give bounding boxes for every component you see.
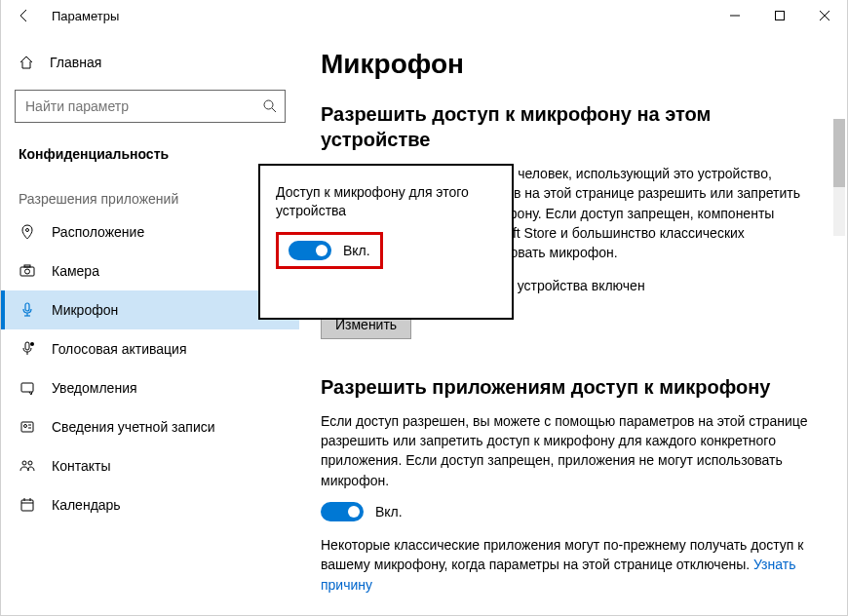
sidebar-item-label: Расположение [52, 224, 144, 240]
calendar-icon [19, 497, 36, 513]
svg-rect-7 [24, 265, 30, 267]
sidebar-item-voice-activation[interactable]: Голосовая активация [1, 329, 299, 368]
apps-access-toggle-label: Вкл. [375, 504, 403, 520]
callout-box: Доступ к микрофону для этого устройства … [258, 164, 514, 320]
home-button[interactable]: Главная [1, 43, 299, 82]
section2-heading: Разрешить приложениям доступ к микрофону [321, 374, 826, 400]
close-button[interactable] [802, 0, 847, 31]
section2-description: Если доступ разрешен, вы можете с помощь… [321, 411, 818, 490]
sidebar-item-location[interactable]: Расположение [1, 212, 299, 251]
svg-rect-14 [21, 383, 33, 392]
location-icon [19, 224, 36, 240]
sidebar-item-contacts[interactable]: Контакты [1, 446, 299, 485]
apps-access-toggle[interactable] [321, 502, 364, 521]
sidebar-item-label: Календарь [52, 497, 121, 513]
svg-point-13 [30, 342, 34, 346]
sidebar-item-label: Контакты [52, 458, 110, 474]
svg-rect-15 [21, 422, 33, 432]
section2-note: Некоторые классические приложения могут … [321, 535, 818, 595]
callout-highlight: Вкл. [276, 232, 383, 269]
svg-point-20 [28, 461, 32, 465]
sidebar-item-label: Камера [52, 263, 99, 279]
svg-point-19 [22, 461, 26, 465]
svg-rect-5 [20, 267, 34, 276]
sidebar-item-notifications[interactable]: Уведомления [1, 368, 299, 407]
svg-rect-1 [776, 12, 785, 20]
sidebar-item-account-info[interactable]: Сведения учетной записи [1, 407, 299, 446]
callout-text: Доступ к микрофону для этого устройства [276, 183, 496, 220]
microphone-icon [19, 302, 36, 318]
maximize-button[interactable] [757, 0, 802, 31]
sidebar-item-calendar[interactable]: Календарь [1, 485, 299, 524]
svg-point-4 [26, 229, 29, 232]
svg-rect-21 [21, 500, 33, 511]
sidebar-item-camera[interactable]: Камера [1, 251, 299, 290]
camera-icon [19, 263, 36, 279]
account-info-icon [19, 419, 36, 435]
sidebar-item-label: Голосовая активация [52, 341, 187, 357]
home-label: Главная [50, 55, 101, 70]
sidebar-section: Конфиденциальность [1, 136, 299, 172]
notifications-icon [19, 380, 36, 396]
window-title: Параметры [52, 9, 119, 23]
sidebar-item-label: Сведения учетной записи [52, 419, 215, 435]
svg-rect-8 [25, 303, 29, 311]
device-access-toggle-label: Вкл. [343, 243, 370, 258]
content-scrollbar[interactable] [833, 119, 845, 236]
sidebar-item-label: Микрофон [52, 302, 118, 318]
home-icon [19, 55, 34, 70]
minimize-button[interactable] [713, 0, 757, 31]
page-title: Микрофон [321, 49, 826, 80]
sidebar-item-microphone[interactable]: Микрофон [1, 290, 299, 329]
voice-activation-icon [19, 341, 36, 357]
scrollbar-thumb[interactable] [833, 119, 845, 187]
search-input[interactable] [15, 90, 286, 123]
back-button[interactable] [9, 0, 40, 31]
sidebar-item-label: Уведомления [52, 380, 137, 396]
device-access-toggle[interactable] [289, 241, 331, 260]
contacts-icon [19, 458, 36, 474]
svg-rect-11 [25, 342, 29, 350]
svg-point-6 [25, 269, 30, 274]
sidebar-group-label: Разрешения приложений [1, 172, 299, 212]
svg-point-16 [24, 425, 27, 428]
section1-heading: Разрешить доступ к микрофону на этом уст… [321, 101, 826, 152]
